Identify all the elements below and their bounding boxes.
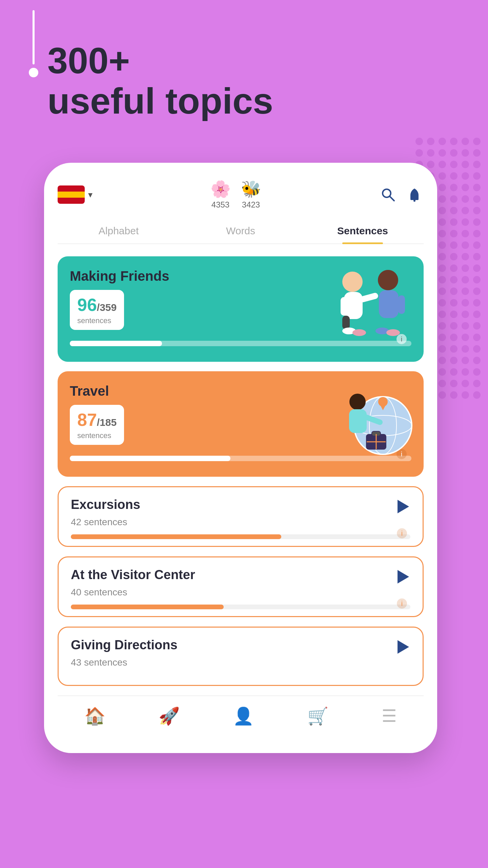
search-button[interactable] <box>379 185 397 204</box>
giving-directions-play-button[interactable] <box>394 638 412 656</box>
bottom-nav-menu[interactable]: ☰ <box>375 703 404 729</box>
menu-icon: ☰ <box>382 706 397 726</box>
travel-progress-fill <box>70 456 230 461</box>
excursions-progress-bar: i <box>71 534 410 539</box>
making-friends-progress-total: /359 <box>97 302 117 313</box>
svg-line-1 <box>390 196 394 201</box>
bottom-nav-home[interactable]: 🏠 <box>78 703 112 729</box>
travel-progress-badge: 87/185 sentences <box>70 405 124 445</box>
svg-point-4 <box>342 272 363 292</box>
shop-icon: 🛒 <box>307 706 328 726</box>
visitor-center-info-icon[interactable]: i <box>397 598 407 609</box>
play-triangle-icon-3 <box>398 640 409 654</box>
bee-count: 3423 <box>242 200 260 210</box>
flower-icon: 🌸 <box>210 180 231 199</box>
visitor-center-play-button[interactable] <box>394 568 412 586</box>
making-friends-progress-badge: 96/359 sentences <box>70 290 124 330</box>
rocket-icon: 🚀 <box>159 706 180 726</box>
giving-directions-card[interactable]: Giving Directions 43 sentences <box>58 627 424 686</box>
phone-mockup: ▾ 🌸 4353 🐝 3423 <box>44 163 437 753</box>
nav-right-actions <box>379 185 424 204</box>
header-title-line1: 300+ <box>47 41 273 81</box>
play-triangle-icon <box>398 500 409 513</box>
notifications-button[interactable] <box>405 185 424 204</box>
tab-words[interactable]: Words <box>207 220 274 243</box>
bottom-nav-rocket[interactable]: 🚀 <box>152 703 186 729</box>
giving-directions-title: Giving Directions <box>71 638 410 652</box>
play-triangle-icon-2 <box>398 570 409 584</box>
nav-center-icons: 🌸 4353 🐝 3423 <box>210 180 261 210</box>
travel-progress-bar: i <box>70 456 411 461</box>
making-friends-progress-bar: i <box>70 341 411 346</box>
svg-point-15 <box>386 329 400 336</box>
excursions-play-button[interactable] <box>394 497 412 516</box>
svg-rect-8 <box>359 292 379 303</box>
making-friends-illustration <box>322 263 417 338</box>
excursions-progress-fill <box>71 534 281 539</box>
making-friends-card[interactable]: Making Friends 96/359 sentences i <box>58 256 424 362</box>
nav-bar: ▾ 🌸 4353 🐝 3423 <box>58 180 424 210</box>
svg-point-13 <box>352 329 366 336</box>
spain-flag <box>58 185 85 204</box>
profile-icon: 👤 <box>233 706 254 726</box>
giving-directions-count: 43 sentences <box>71 657 410 668</box>
tab-sentences[interactable]: Sentences <box>329 220 396 243</box>
excursions-title: Excursions <box>71 497 410 512</box>
language-selector[interactable]: ▾ <box>58 185 93 204</box>
svg-rect-6 <box>341 297 347 316</box>
making-friends-progress-label: sentences <box>77 316 117 325</box>
header-section: 300+ useful topics <box>47 41 273 121</box>
excursions-count: 42 sentences <box>71 517 410 528</box>
svg-rect-7 <box>342 316 350 329</box>
bee-icon: 🐝 <box>241 180 261 199</box>
svg-point-9 <box>378 270 398 290</box>
travel-card[interactable]: Travel 87/185 sentences i <box>58 371 424 477</box>
svg-rect-26 <box>349 409 367 433</box>
travel-progress-total: /185 <box>97 417 117 428</box>
visitor-center-card[interactable]: At the Visitor Center 40 sentences i <box>58 556 424 617</box>
making-friends-progress-fill <box>70 341 162 346</box>
visitor-center-progress-bar: i <box>71 605 410 609</box>
travel-illustration <box>329 381 417 456</box>
travel-progress-num: 87 <box>77 410 97 430</box>
excursions-info-icon[interactable]: i <box>397 528 407 538</box>
travel-progress-label: sentences <box>77 431 117 440</box>
visitor-center-progress-fill <box>71 605 224 609</box>
home-icon: 🏠 <box>84 706 105 726</box>
svg-point-3 <box>413 200 415 202</box>
flower-count: 4353 <box>211 200 229 210</box>
bottom-nav-shop[interactable]: 🛒 <box>301 703 335 729</box>
svg-rect-10 <box>379 290 399 318</box>
flower-count-group: 🌸 4353 <box>210 180 231 210</box>
tab-bar: Alphabet Words Sentences <box>58 220 424 244</box>
header-title-line2: useful topics <box>47 81 273 121</box>
svg-point-25 <box>349 394 366 410</box>
svg-rect-11 <box>398 295 405 314</box>
decoration-line <box>29 10 38 77</box>
bottom-navigation: 🏠 🚀 👤 🛒 ☰ <box>58 695 424 733</box>
tab-alphabet[interactable]: Alphabet <box>85 220 152 243</box>
making-friends-progress-num: 96 <box>77 295 97 315</box>
visitor-center-count: 40 sentences <box>71 587 410 598</box>
bee-count-group: 🐝 3423 <box>241 180 261 210</box>
flag-dropdown-arrow: ▾ <box>88 190 93 200</box>
bottom-nav-profile[interactable]: 👤 <box>226 703 261 729</box>
excursions-card[interactable]: Excursions 42 sentences i <box>58 486 424 547</box>
visitor-center-title: At the Visitor Center <box>71 568 410 582</box>
